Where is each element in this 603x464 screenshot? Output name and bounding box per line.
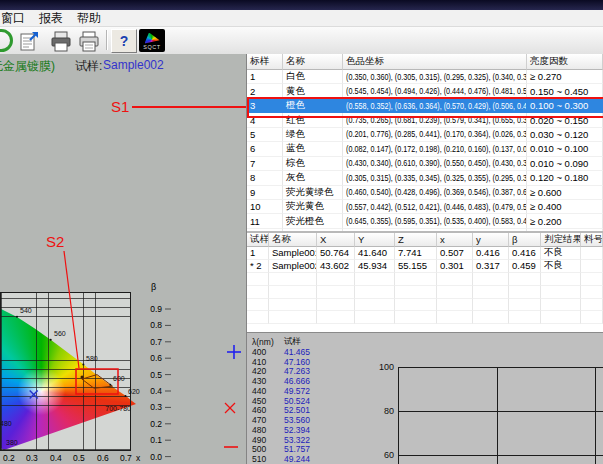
x-axis-tick: 0.3 [26, 453, 38, 463]
x-axis-label: x [136, 453, 141, 463]
chromaticity-diagram-overlay: 540 560 580 600 620 700-780 480 380 0.2 … [0, 54, 246, 464]
column-header[interactable]: 判定结果 [541, 233, 581, 247]
beta-axis-label: β [151, 282, 156, 292]
spectral-row[interactable]: 40041.465 [250, 347, 603, 357]
column-header[interactable]: λ(nm) [250, 337, 282, 347]
chart-y-tick: 80 [366, 406, 394, 416]
column-header[interactable]: X [317, 233, 355, 247]
wavelength-label: 540 [20, 307, 32, 314]
spectral-panel: λ(nm)试样 40041.46541047.16042047.26343046… [246, 332, 603, 464]
chart-y-tick: 100 [366, 362, 394, 372]
spectral-row[interactable]: 41047.160 [250, 357, 603, 367]
title-bar [0, 0, 603, 10]
column-header[interactable]: 标样 [247, 54, 283, 70]
help-button[interactable]: ? [111, 29, 137, 53]
print-button[interactable] [48, 28, 74, 53]
annotation-s2-leader-line [64, 251, 79, 368]
wavelength-label: 600 [113, 375, 125, 382]
sample-row[interactable] [247, 286, 603, 299]
column-header[interactable]: 试样 [247, 233, 269, 247]
column-header[interactable]: Z [395, 233, 437, 247]
standard-row[interactable]: 7棕色(0.430, 0.340), (0.610, 0.390), (0.55… [247, 157, 603, 171]
spectral-row[interactable]: 48052.394 [250, 425, 603, 435]
menu-item-report[interactable]: 报表 [32, 10, 70, 27]
beta-cross-marker [225, 403, 235, 413]
spectral-row[interactable]: 47053.560 [250, 415, 603, 425]
standard-row[interactable]: 3橙色(0.558, 0.352), (0.636, 0.364), (0.57… [247, 99, 603, 113]
annotation-s2: S2 [46, 233, 64, 250]
spectral-row[interactable]: 44049.572 [250, 386, 603, 396]
sample-row[interactable]: 1Sample00150.76441.6407.7410.5070.4160.4… [247, 247, 603, 260]
sample002-cross-marker [30, 391, 38, 399]
standard-row[interactable]: 10荧光黄色(0.557, 0.442), (0.512, 0.421), (0… [247, 200, 603, 214]
wavelength-label: 560 [54, 330, 66, 337]
panel-divider [246, 54, 247, 464]
beta-tick-marks [165, 309, 171, 457]
sqct-label: SQCT [143, 44, 161, 51]
samples-table-header: 试样名称XYZxyβ判定结果料号 [247, 233, 603, 247]
column-header[interactable]: 名称 [269, 233, 317, 247]
wavelength-label: 700-780 [105, 405, 131, 412]
column-header[interactable]: 试样 [282, 337, 340, 347]
target-icon[interactable] [0, 29, 13, 52]
wavelength-label: 620 [128, 388, 140, 395]
spectral-row[interactable]: 43046.666 [250, 376, 603, 386]
column-header[interactable]: 色品坐标 [343, 54, 527, 70]
beta-tick: 0.8 [150, 320, 162, 330]
beta-tick: 0.7 [150, 337, 162, 347]
export-report-button[interactable] [16, 28, 42, 53]
standard-row[interactable]: 8灰色(0.305, 0.315), (0.335, 0.345), (0.32… [247, 171, 603, 185]
beta-tick: 0.2 [150, 419, 162, 429]
print-preview-button[interactable] [76, 28, 102, 53]
standard-row[interactable]: 11荧光橙色(0.645, 0.355), (0.595, 0.351), (0… [247, 214, 603, 228]
toolbar: ? SQCT [0, 27, 603, 55]
tolerance-polygon [82, 375, 113, 389]
print-preview-icon [77, 29, 101, 53]
standard-row[interactable]: 4红色(0.735, 0.265), (0.681, 0.239), (0.57… [247, 113, 603, 127]
spectral-row[interactable]: 50051.757 [250, 445, 603, 455]
column-header[interactable]: 亮度因数 [527, 54, 603, 70]
beta-tick: 0.6 [150, 353, 162, 363]
help-icon: ? [120, 33, 129, 49]
column-header[interactable]: x [437, 233, 473, 247]
column-header[interactable]: 料号 [581, 233, 603, 247]
standard-row[interactable]: 5绿色(0.201, 0.776), (0.285, 0.441), (0.17… [247, 128, 603, 142]
chart-y-tick: 60 [366, 450, 394, 460]
beta-plus-marker [227, 345, 241, 359]
menu-item-help[interactable]: 帮助 [70, 10, 108, 27]
spectral-table: λ(nm)试样 40041.46541047.16042047.26343046… [250, 337, 603, 464]
standard-row[interactable]: 2黄色(0.545, 0.454), (0.494, 0.426), (0.44… [247, 84, 603, 98]
sample-row[interactable] [247, 311, 603, 324]
x-axis-tick: 0.5 [73, 453, 85, 463]
sample-row[interactable] [247, 273, 603, 286]
sample-row[interactable] [247, 299, 603, 312]
x-axis-tick: 0.2 [3, 453, 15, 463]
column-header[interactable]: β [509, 233, 541, 247]
sample-row[interactable]: * 2Sample00243.60245.93455.1550.3010.317… [247, 260, 603, 273]
wavelength-label: 380 [6, 439, 18, 446]
sqct-button[interactable]: SQCT [139, 29, 165, 52]
chart-gridline [398, 411, 603, 412]
tolerance-zoom-rect [76, 369, 118, 394]
locus-dots [16, 316, 127, 397]
column-header[interactable]: y [473, 233, 509, 247]
column-header[interactable]: 名称 [283, 54, 343, 70]
standards-table: 标样名称色品坐标亮度因数 1白色(0.350, 0.360), (0.305, … [247, 54, 603, 231]
sqct-gamut-icon [145, 33, 160, 44]
chart-axis [398, 367, 399, 464]
beta-tick: 0.9 [150, 304, 162, 314]
chart-gridline [595, 367, 596, 464]
chart-gridline [398, 367, 603, 368]
sample001-marker [81, 375, 84, 378]
column-header[interactable]: Y [355, 233, 395, 247]
beta-tick: 0.3 [150, 402, 162, 412]
spectral-row[interactable]: 45050.524 [250, 396, 603, 406]
toolbar-separator [106, 30, 108, 50]
samples-table: 试样名称XYZxyβ判定结果料号 1Sample00150.76441.6407… [247, 233, 603, 332]
spectral-row[interactable]: 49053.322 [250, 435, 603, 445]
export-report-icon [17, 29, 41, 53]
menu-item-window[interactable]: 窗口 [0, 10, 32, 27]
standard-row[interactable]: 1白色(0.350, 0.360), (0.305, 0.315), (0.29… [247, 70, 603, 84]
standard-row[interactable]: 6蓝色(0.082, 0.147), (0.172, 0.198), (0.21… [247, 142, 603, 156]
standard-row[interactable]: 9荧光黄绿色(0.460, 0.540), (0.428, 0.496), (0… [247, 186, 603, 200]
